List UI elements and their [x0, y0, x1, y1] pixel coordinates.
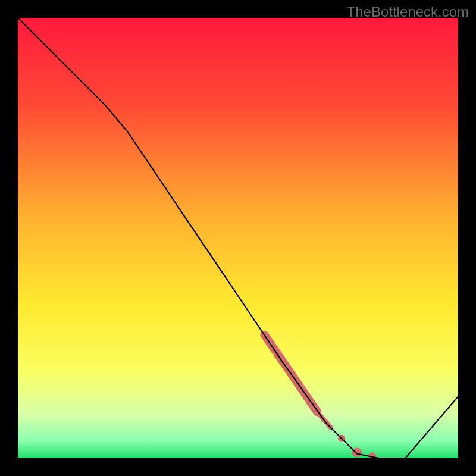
watermark-text: TheBottleneck.com: [347, 4, 469, 20]
chart-frame: [18, 18, 458, 458]
chart-svg: [18, 18, 458, 458]
marker-dot: [352, 447, 362, 457]
